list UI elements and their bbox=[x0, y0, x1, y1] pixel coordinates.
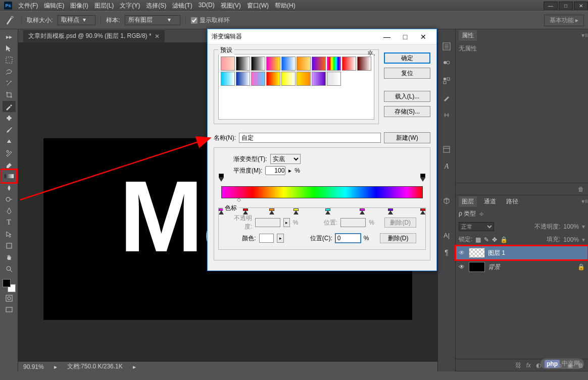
character-panel-icon[interactable]: A| bbox=[442, 230, 452, 240]
presets-gear-icon[interactable]: ✲. bbox=[367, 49, 375, 57]
gradient-preset[interactable] bbox=[281, 72, 296, 86]
opacity-stop[interactable] bbox=[420, 174, 425, 180]
layer-row[interactable]: 👁 背景 🔒 bbox=[456, 260, 588, 274]
trash-icon[interactable]: 🗑 bbox=[578, 186, 584, 193]
midpoint-diamond[interactable]: ◇ bbox=[237, 197, 241, 202]
maximize-button[interactable]: □ bbox=[559, 2, 573, 10]
panel-menu-icon[interactable]: ▾≡ bbox=[581, 198, 588, 205]
close-tab-icon[interactable]: ✕ bbox=[155, 33, 160, 40]
panel-menu-icon[interactable]: ▾≡ bbox=[581, 32, 588, 39]
active-tool-icon[interactable] bbox=[4, 14, 16, 26]
opacity-stop[interactable] bbox=[219, 174, 224, 180]
menu-item[interactable]: 文字(Y) bbox=[120, 2, 140, 10]
gradient-preset[interactable] bbox=[221, 57, 235, 71]
zoom-readout[interactable]: 90.91% bbox=[23, 363, 44, 370]
sample-size-select[interactable]: 取样点 ▾ bbox=[58, 15, 95, 25]
gradient-tool[interactable] bbox=[3, 171, 16, 182]
load-button[interactable]: 载入(L)... bbox=[384, 91, 430, 102]
gradient-preset[interactable] bbox=[297, 72, 311, 86]
gradient-preset[interactable] bbox=[297, 57, 311, 71]
show-sampling-ring-checkbox[interactable]: 显示取样环 bbox=[191, 16, 230, 25]
gradient-preset[interactable] bbox=[251, 72, 265, 86]
layer-name[interactable]: 图层 1 bbox=[488, 249, 505, 257]
layer-name[interactable]: 背景 bbox=[488, 263, 500, 272]
gradient-preset[interactable] bbox=[266, 72, 280, 86]
lock-transparency-icon[interactable]: ▦ bbox=[475, 236, 481, 243]
status-menu-icon[interactable]: ▸ bbox=[133, 363, 136, 370]
screen-mode-toggle[interactable] bbox=[3, 304, 16, 315]
brushes-panel-icon[interactable] bbox=[442, 93, 452, 103]
history-panel-icon[interactable] bbox=[442, 41, 452, 51]
styles-panel-icon[interactable] bbox=[442, 144, 452, 154]
ok-button[interactable]: 确定 bbox=[384, 52, 430, 64]
gradient-preset[interactable] bbox=[251, 57, 265, 71]
gradient-bar[interactable] bbox=[221, 186, 423, 198]
color-panel-icon[interactable] bbox=[442, 59, 452, 69]
blend-mode-select[interactable]: 正常 bbox=[459, 222, 494, 231]
clone-stamp-tool[interactable] bbox=[3, 136, 16, 147]
status-arrow-icon[interactable]: ▸ bbox=[54, 363, 57, 370]
workspace-button[interactable]: 基本功能 ▸ bbox=[544, 15, 584, 26]
dialog-minimize-button[interactable]: — bbox=[378, 31, 396, 43]
gradient-preset[interactable] bbox=[327, 72, 341, 86]
3d-panel-icon[interactable] bbox=[442, 196, 452, 206]
gradient-preset[interactable] bbox=[357, 57, 371, 71]
lock-position-icon[interactable]: ✥ bbox=[492, 236, 497, 243]
layers-panel-tab[interactable]: 图层 bbox=[459, 196, 477, 207]
foreground-color-swatch[interactable] bbox=[3, 279, 11, 287]
gradient-preset[interactable] bbox=[236, 72, 250, 86]
gradient-preset[interactable] bbox=[342, 57, 356, 71]
healing-brush-tool[interactable] bbox=[3, 113, 16, 124]
path-selection-tool[interactable] bbox=[3, 229, 16, 240]
brush-tool[interactable] bbox=[3, 124, 16, 135]
color-swatches[interactable] bbox=[3, 279, 16, 292]
history-brush-tool[interactable] bbox=[3, 147, 16, 158]
menu-item[interactable]: 帮助(H) bbox=[275, 2, 296, 10]
lock-pixels-icon[interactable]: ✎ bbox=[484, 236, 489, 243]
menu-item[interactable]: 图层(L) bbox=[94, 2, 114, 10]
paragraph-panel-icon[interactable]: ¶ bbox=[442, 247, 452, 257]
magic-wand-tool[interactable] bbox=[3, 78, 16, 89]
move-tool[interactable] bbox=[3, 43, 16, 54]
gradient-preset[interactable] bbox=[236, 57, 250, 71]
gradient-preset[interactable] bbox=[327, 57, 341, 71]
menu-item[interactable]: 选择(S) bbox=[146, 2, 166, 10]
pen-tool[interactable] bbox=[3, 205, 16, 216]
eraser-tool[interactable] bbox=[3, 159, 16, 170]
layers-panel-tab[interactable]: 路径 bbox=[503, 196, 521, 207]
gradient-preset[interactable] bbox=[221, 72, 235, 86]
gradient-preset[interactable] bbox=[281, 57, 296, 71]
gradient-preset[interactable] bbox=[312, 57, 326, 71]
layer-thumbnail[interactable] bbox=[469, 248, 485, 258]
shape-tool[interactable] bbox=[3, 240, 16, 251]
collapse-toolbox-icon[interactable]: ▸▸ bbox=[3, 31, 16, 42]
gradient-preset[interactable] bbox=[266, 57, 280, 71]
marquee-tool[interactable] bbox=[3, 55, 16, 66]
layer-thumbnail[interactable] bbox=[469, 262, 485, 272]
quick-mask-toggle[interactable] bbox=[3, 293, 16, 304]
layer-row[interactable]: 👁 图层 1 bbox=[456, 246, 588, 260]
menu-item[interactable]: 窗口(W) bbox=[247, 2, 269, 10]
crop-tool[interactable] bbox=[3, 89, 16, 100]
properties-tab[interactable]: 属性 bbox=[459, 30, 477, 41]
menu-item[interactable]: 3D(D) bbox=[199, 2, 215, 10]
lasso-tool[interactable] bbox=[3, 66, 16, 77]
menu-item[interactable]: 滤镜(T) bbox=[172, 2, 192, 10]
color-stop-swatch[interactable] bbox=[259, 234, 274, 243]
minimize-button[interactable]: — bbox=[544, 2, 558, 10]
visibility-toggle-icon[interactable]: 👁 bbox=[459, 263, 466, 270]
blur-tool[interactable] bbox=[3, 182, 16, 193]
menu-item[interactable]: 视图(V) bbox=[221, 2, 241, 10]
delete-color-stop-button[interactable]: 删除(D) bbox=[380, 233, 416, 243]
document-tab[interactable]: 文章封面模板.psd @ 90.9% (图层 1, RGB/8) * ✕ bbox=[23, 29, 165, 42]
lock-all-icon[interactable]: 🔒 bbox=[500, 236, 508, 243]
gradient-type-select[interactable]: 实底 bbox=[270, 154, 301, 164]
link-layers-icon[interactable]: ⛓ bbox=[515, 362, 521, 369]
color-dropdown-icon[interactable]: ▸ bbox=[277, 234, 284, 243]
cancel-button[interactable]: 复位 bbox=[384, 68, 430, 79]
visibility-toggle-icon[interactable]: 👁 bbox=[459, 249, 466, 256]
gradient-preset[interactable] bbox=[312, 72, 326, 86]
close-button[interactable]: ✕ bbox=[574, 2, 588, 10]
color-pos-input[interactable] bbox=[335, 234, 361, 243]
opacity-value[interactable]: 100% bbox=[563, 223, 579, 230]
